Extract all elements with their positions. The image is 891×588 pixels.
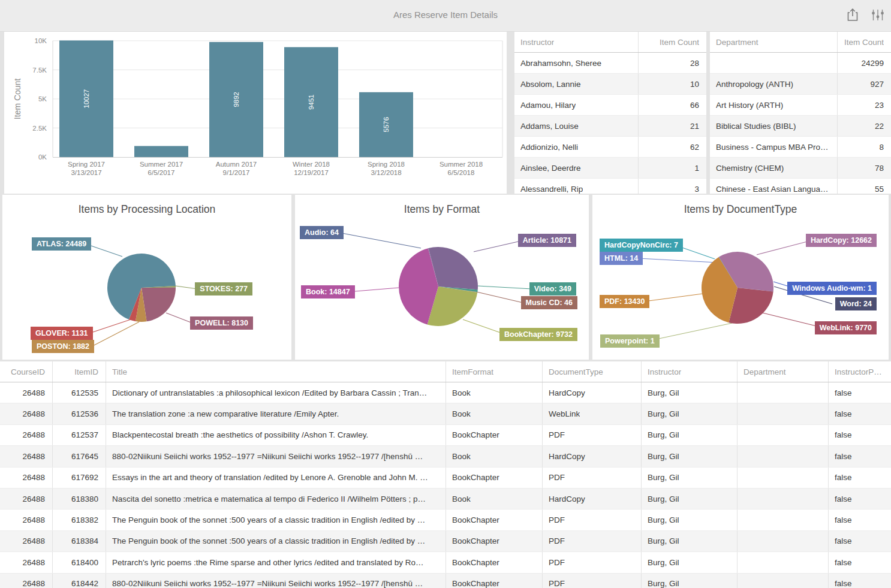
cell: The Penguin book of the sonnet :500 year…	[106, 509, 446, 530]
export-button[interactable]	[845, 8, 860, 23]
cell: 26488	[0, 552, 53, 572]
x-category-label: Summer 2017	[140, 161, 183, 168]
cell: 22	[838, 116, 891, 136]
table-row[interactable]: Anthropology (ANTH)927	[710, 74, 891, 95]
pie-label-HardCopy[interactable]: HardCopy: 12662	[806, 234, 877, 247]
cell	[738, 403, 829, 424]
pie-processing-location: ATLAS: 24489STOKES: 277POWELL: 8130POSTO…	[2, 195, 291, 360]
cell: 26488	[0, 446, 53, 466]
filter-button[interactable]	[871, 8, 885, 23]
instructor-table: InstructorItem CountAbrahamsohn, Sheree2…	[514, 32, 706, 194]
cell: Burg, Gil	[642, 509, 738, 530]
pie-label-Word[interactable]: Word: 24	[835, 297, 877, 310]
cell: PDF	[543, 468, 642, 488]
cell: 26488	[0, 531, 53, 551]
pie-label-BookChapter[interactable]: BookChapter: 9732	[499, 328, 577, 341]
x-category-label: Spring 2017	[68, 161, 105, 168]
toolbar: Ares Reserve Item Details	[0, 0, 891, 32]
page-title: Ares Reserve Item Details	[0, 10, 891, 20]
cell: 78	[838, 158, 891, 178]
cell: WebLink	[543, 403, 642, 424]
toolbar-icons	[845, 8, 885, 23]
table-row[interactable]: 26488618400Petrarch's lyric poems :the R…	[0, 552, 891, 573]
bar-chart-card: 0K2.5K5K7.5K10KItem Count10027Spring 201…	[4, 32, 507, 194]
pie-label-HTML[interactable]: HTML: 14	[600, 252, 643, 265]
cell	[738, 446, 829, 466]
pie-label-STOKES[interactable]: STOKES: 277	[195, 282, 252, 295]
column-header-ItemID: ItemID	[53, 361, 106, 382]
table-row[interactable]: 26488618384The Penguin book of the sonne…	[0, 531, 891, 552]
cell: Biblical Studies (BIBL)	[710, 116, 838, 136]
pie-label-Book[interactable]: Book: 14847	[301, 285, 355, 298]
table-row[interactable]: Alessandrelli, Rip3	[514, 179, 706, 194]
pie-label-Powerpoint[interactable]: Powerpoint: 1	[600, 334, 660, 348]
table-row[interactable]: Addams, Louise21	[514, 116, 706, 137]
pie-label-Music CD[interactable]: Music CD: 46	[521, 296, 578, 309]
column-header-InstructorPr…: InstructorPr…	[829, 361, 891, 382]
pie-label-POSTON[interactable]: POSTON: 1882	[32, 340, 94, 353]
cell: 26488	[0, 574, 53, 588]
leader-line	[474, 240, 523, 252]
pie-card-processing-location: Items by Processing Location ATLAS: 2448…	[2, 195, 291, 360]
pie-label-Audio[interactable]: Audio: 64	[300, 226, 344, 239]
table-row[interactable]: Adamou, Hilary66	[514, 95, 706, 116]
cell: BookChapter	[446, 468, 543, 488]
column-header-Instructor: Instructor	[514, 32, 639, 52]
table-row[interactable]: Addionizio, Nelli62	[514, 137, 706, 158]
column-header-DocumentType: DocumentType	[543, 361, 642, 382]
pie-format: Audio: 64Article: 10871Video: 349Music C…	[295, 195, 589, 360]
bar-value-label: 9451	[308, 95, 315, 110]
cell: Burg, Gil	[642, 403, 738, 424]
table-row[interactable]: 26488618442880-02Niikuni Seiichi works 1…	[0, 574, 891, 588]
cell: Alessandrelli, Rip	[514, 179, 639, 194]
export-icon	[846, 15, 859, 24]
pie-slice-POWELL[interactable]	[142, 288, 176, 322]
leader-line	[648, 323, 732, 341]
cell: 618384	[53, 531, 106, 551]
pie-label-GLOVER[interactable]: GLOVER: 1131	[31, 327, 93, 340]
cell	[738, 468, 829, 488]
pie-label-Video[interactable]: Video: 349	[529, 282, 576, 295]
bar-Summer 2017[interactable]	[134, 146, 188, 157]
cell: HardCopy	[543, 446, 642, 466]
detail-table: CourseIDItemIDTitleItemFormatDocumentTyp…	[0, 361, 891, 588]
cell: Burg, Gil	[642, 468, 738, 488]
table-row[interactable]: Abrahamsohn, Sheree28	[514, 53, 706, 74]
pie-label-WebLink[interactable]: WebLink: 9770	[815, 321, 877, 334]
pie-label-POWELL[interactable]: POWELL: 8130	[190, 316, 253, 330]
cell: 618400	[53, 552, 106, 572]
column-header-Item Count: Item Count	[838, 32, 891, 52]
table-row[interactable]: Chinese - East Asian Langua…55	[710, 179, 891, 194]
table-row[interactable]: Ainslee, Deerdre1	[514, 158, 706, 179]
x-date-label: 6/5/2018	[448, 169, 475, 176]
table-row[interactable]: Biblical Studies (BIBL)22	[710, 116, 891, 137]
cell: 927	[838, 74, 891, 94]
table-row[interactable]: 26488612535Dictionary of untranslatables…	[0, 382, 891, 403]
table-row[interactable]: 24299	[710, 53, 891, 74]
cell: HardCopy	[543, 382, 642, 403]
pie-label-ATLAS[interactable]: ATLAS: 24489	[32, 237, 91, 251]
table-row[interactable]: Absolom, Lannie10	[514, 74, 706, 95]
table-row[interactable]: Business - Campus MBA Pro…8	[710, 137, 891, 158]
bar-value-label: 10027	[83, 89, 90, 108]
table-row[interactable]: 26488618382The Penguin book of the sonne…	[0, 509, 891, 530]
pie-label-HardCopyNonCirc[interactable]: HardCopyNonCirc: 7	[600, 239, 683, 252]
cell: 617645	[53, 446, 106, 466]
table-row[interactable]: 26488618380Nascita del sonetto :metrica …	[0, 489, 891, 509]
cell: 21	[639, 116, 706, 136]
cell: Addionizio, Nelli	[514, 137, 639, 157]
pie-label-PDF[interactable]: PDF: 13430	[600, 295, 649, 308]
pie-label-Article[interactable]: Article: 10871	[518, 234, 576, 247]
instructor-table-card: InstructorItem CountAbrahamsohn, Sheree2…	[514, 32, 706, 194]
cell: 612535	[53, 382, 106, 403]
cell: Adamou, Hilary	[514, 95, 639, 115]
table-row[interactable]: 26488617645880-02Niikuni Seiichi works 1…	[0, 446, 891, 467]
table-row[interactable]: 26488617692Essays in the art and theory …	[0, 468, 891, 489]
pie-label-Windows Audio-wm[interactable]: Windows Audio-wm: 1	[787, 282, 877, 295]
leader-line	[92, 322, 139, 346]
table-row[interactable]: 26488612537Blackpentecostal breath :the …	[0, 425, 891, 446]
table-row[interactable]: Chemistry (CHEM)78	[710, 158, 891, 179]
table-row[interactable]: 26488612536The translation zone :a new c…	[0, 403, 891, 424]
cell: 880-02Niikuni Seiichi works 1952--1977 =…	[106, 574, 446, 588]
table-row[interactable]: Art History (ARTH)23	[710, 95, 891, 116]
